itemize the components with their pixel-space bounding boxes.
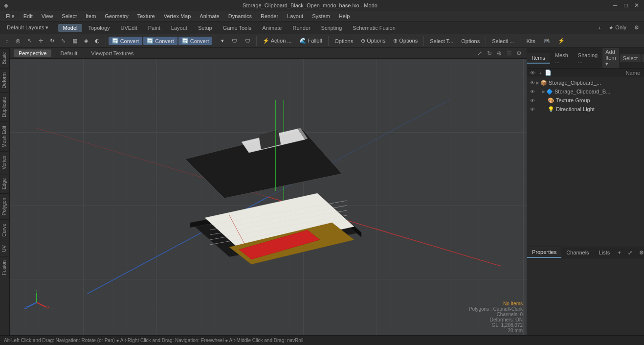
- sidebar-tab-uv[interactable]: UV: [0, 241, 9, 256]
- select-button[interactable]: Select: [620, 54, 641, 62]
- sidebar-tab-edge[interactable]: Edge: [0, 174, 9, 193]
- mode-paint[interactable]: Paint: [143, 24, 165, 32]
- close-button[interactable]: ✕: [633, 2, 640, 9]
- vp-menu-icon[interactable]: ☰: [505, 49, 513, 57]
- sidebar-tab-polygon[interactable]: Polygon: [0, 193, 9, 219]
- unreal-button[interactable]: ⚡: [555, 37, 568, 45]
- tool-rotate[interactable]: ↻: [46, 37, 58, 45]
- tool-shield-2[interactable]: 🛡: [242, 37, 254, 45]
- menu-item-help[interactable]: Help: [335, 12, 354, 20]
- vp-fit-icon[interactable]: ⤢: [476, 49, 484, 57]
- item-row-clipboard-b[interactable]: 👁 ▶ 🔷 Storage_Clipboard_B...: [527, 87, 644, 96]
- item-row-directional-light[interactable]: 👁 💡 Directional Light: [527, 105, 644, 114]
- item-eye-4[interactable]: 👁: [529, 106, 536, 113]
- game-icon-button[interactable]: 🎮: [540, 37, 554, 45]
- menu-item-view[interactable]: View: [38, 12, 57, 20]
- action-button[interactable]: ⚡ Action ...: [259, 37, 295, 45]
- item-eye-3[interactable]: 👁: [529, 97, 536, 104]
- selection-button[interactable]: Selecti ...: [489, 37, 517, 45]
- sidebar-tab-basic[interactable]: Basic: [0, 48, 9, 68]
- tool-move[interactable]: ✛: [35, 37, 46, 45]
- mode-add-button[interactable]: +: [595, 24, 604, 32]
- options-button-3[interactable]: ⊕ Options: [390, 37, 421, 45]
- tool-cursor[interactable]: ↖: [24, 37, 35, 45]
- kits-button[interactable]: Kits: [523, 37, 538, 45]
- sidebar-tab-duplicate[interactable]: Duplicate: [0, 92, 9, 121]
- tab-lists[interactable]: Lists: [594, 248, 615, 257]
- vp-rotate-icon[interactable]: ↻: [486, 49, 493, 57]
- mode-setup[interactable]: Setup: [193, 24, 217, 32]
- mode-settings-button[interactable]: ⚙: [631, 23, 642, 32]
- menu-item-dynamics[interactable]: Dynamics: [224, 12, 256, 20]
- item-row-texture-group[interactable]: 👁 🎨 Texture Group: [527, 96, 644, 105]
- menu-item-file[interactable]: File: [2, 12, 19, 20]
- tab-mesh[interactable]: Mesh ...: [550, 50, 573, 66]
- layout-dropdown[interactable]: Default Layouts ▾: [2, 23, 54, 32]
- tool-scale[interactable]: ⤡: [58, 37, 69, 45]
- mode-topology[interactable]: Topology: [83, 24, 114, 32]
- mode-scripting[interactable]: Scripting: [316, 24, 347, 32]
- items-panel: Items Mesh ... Shading ... Add Item ▾ Se…: [527, 48, 644, 247]
- menu-item-geometry[interactable]: Geometry: [101, 12, 132, 20]
- mode-gametools[interactable]: Game Tools: [218, 24, 257, 32]
- sidebar-tab-curve[interactable]: Curve: [0, 219, 9, 241]
- tab-shading[interactable]: Shading ...: [573, 50, 602, 66]
- item-eye-1[interactable]: 👁: [529, 79, 536, 86]
- sidebar-tab-deform[interactable]: Deform: [0, 68, 9, 92]
- sidebar-tab-vertex[interactable]: Vertex: [0, 151, 9, 173]
- menu-item-item[interactable]: Item: [82, 12, 100, 20]
- convert-button-1[interactable]: 🔄 Convert: [109, 37, 143, 45]
- mode-layout[interactable]: Layout: [166, 24, 192, 32]
- viewport[interactable]: Perspective Default Viewport Textures ⤢ …: [10, 48, 527, 335]
- tab-channels[interactable]: Channels: [561, 248, 594, 257]
- tool-smooth[interactable]: ◐: [91, 37, 103, 45]
- mode-render[interactable]: Render: [288, 24, 315, 32]
- mode-only-button[interactable]: ★ Only: [606, 23, 629, 32]
- viewport-tab-textures[interactable]: Viewport Textures: [86, 49, 138, 57]
- sidebar-tab-meshedit[interactable]: Mesh Edit: [0, 121, 9, 151]
- mode-uvedit[interactable]: UVEdit: [116, 24, 142, 32]
- tool-dropdown[interactable]: ▾: [218, 37, 227, 45]
- mode-model[interactable]: Model: [58, 24, 83, 32]
- viewport-tab-default[interactable]: Default: [55, 49, 82, 57]
- item-label-3: Texture Group: [556, 97, 642, 103]
- options-button-1[interactable]: Options: [331, 37, 356, 45]
- options-button-4[interactable]: Options: [458, 37, 483, 45]
- props-settings-button[interactable]: ⚙: [636, 249, 644, 257]
- options-button-2[interactable]: ⊕ Options: [357, 37, 389, 45]
- convert-button-3[interactable]: 🔄 Convert: [178, 37, 213, 45]
- tool-push[interactable]: ◈: [81, 37, 91, 45]
- filter-button[interactable]: Filter: [642, 54, 644, 62]
- menu-item-edit[interactable]: Edit: [20, 12, 37, 20]
- vp-zoom-icon[interactable]: ⊕: [495, 49, 503, 57]
- falloff-button[interactable]: 🌊 Falloff: [296, 37, 326, 45]
- vp-settings-icon[interactable]: ⚙: [515, 49, 523, 57]
- tab-items[interactable]: Items: [527, 53, 550, 64]
- tool-globe[interactable]: ◎: [12, 37, 24, 45]
- sidebar-tab-fusion[interactable]: Fusion: [0, 256, 9, 279]
- item-row-storage-clipboard[interactable]: 👁 ▶ 📦 Storage_Clipboard_...: [527, 78, 644, 87]
- item-eye-2[interactable]: 👁: [529, 88, 536, 95]
- menu-item-select[interactable]: Select: [58, 12, 81, 20]
- mode-animate[interactable]: Animate: [257, 24, 287, 32]
- mode-schematic[interactable]: Schematic Fusion: [348, 24, 400, 32]
- toolbar-sep-7: [520, 36, 520, 46]
- menu-item-vertex map[interactable]: Vertex Map: [160, 12, 195, 20]
- tool-shield-1[interactable]: 🛡: [228, 37, 241, 45]
- add-item-button[interactable]: Add Item ▾: [602, 48, 619, 68]
- tab-properties[interactable]: Properties: [527, 247, 561, 258]
- props-add-button[interactable]: +: [615, 249, 623, 256]
- menu-item-animate[interactable]: Animate: [196, 12, 223, 20]
- viewport-tab-perspective[interactable]: Perspective: [14, 49, 51, 57]
- menu-item-system[interactable]: System: [308, 12, 334, 20]
- maximize-button[interactable]: □: [622, 2, 629, 9]
- convert-button-2[interactable]: 🔄 Convert: [143, 37, 178, 45]
- minimize-button[interactable]: ─: [612, 2, 619, 9]
- tool-home[interactable]: ⌂: [2, 37, 12, 45]
- menu-item-texture[interactable]: Texture: [133, 12, 159, 20]
- select-type-button[interactable]: Select T...: [426, 37, 457, 45]
- menu-item-layout[interactable]: Layout: [283, 12, 307, 20]
- menu-item-render[interactable]: Render: [257, 12, 282, 20]
- tool-transform[interactable]: ▧: [69, 37, 81, 45]
- props-expand-button[interactable]: ⤢: [625, 249, 635, 257]
